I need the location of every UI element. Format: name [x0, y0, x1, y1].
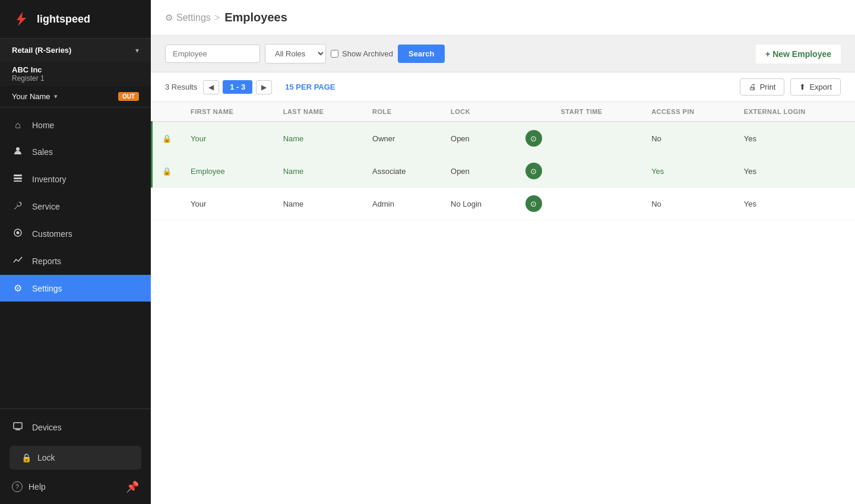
row-start-time — [552, 122, 642, 155]
pagination: ◀ 1 - 3 ▶ — [203, 80, 272, 94]
row-pin-button-cell[interactable]: ⊙ — [516, 122, 552, 155]
breadcrumb-settings-label[interactable]: Settings — [176, 12, 211, 23]
help-link[interactable]: ? Help — [12, 481, 46, 492]
reports-icon — [12, 255, 24, 267]
logo-text: lightspeed — [37, 13, 90, 26]
svg-point-0 — [16, 147, 20, 151]
user-area: Your Name ▾ OUT — [0, 86, 151, 107]
show-archived-label[interactable]: Show Archived — [331, 49, 393, 58]
table-header: FIRST NAME LAST NAME ROLE LOCK START TIM… — [152, 102, 856, 122]
main-content: ⚙ Settings > Employees All Roles Owner A… — [151, 0, 855, 504]
row-first-name: Your — [181, 188, 274, 220]
row-first-name[interactable]: Your — [181, 122, 274, 155]
row-lock-status: Open — [441, 122, 516, 155]
row-first-name[interactable]: Employee — [181, 155, 274, 188]
table-row[interactable]: YourNameAdminNo Login⊙NoYes — [152, 188, 856, 220]
sidebar-item-service[interactable]: Service — [0, 193, 151, 220]
user-name[interactable]: Your Name ▾ — [12, 92, 58, 101]
sidebar-item-reports[interactable]: Reports — [0, 248, 151, 275]
roles-select[interactable]: All Roles Owner Admin Associate — [265, 44, 326, 64]
sidebar-item-settings[interactable]: ⚙ Settings — [0, 275, 151, 302]
prev-page-button[interactable]: ◀ — [203, 80, 219, 94]
svg-point-5 — [17, 232, 20, 234]
svg-rect-2 — [14, 177, 22, 179]
sales-icon — [12, 146, 24, 158]
lock-button[interactable]: 🔒 Lock — [10, 446, 141, 470]
toolbar: All Roles Owner Admin Associate Show Arc… — [151, 36, 855, 72]
print-button[interactable]: 🖨 Print — [740, 78, 785, 96]
gear-icon: ⚙ — [165, 12, 173, 23]
svg-rect-6 — [14, 423, 22, 429]
breadcrumb-arrow: > — [214, 12, 220, 23]
help-row: ? Help 📌 — [0, 474, 151, 499]
next-page-button[interactable]: ▶ — [256, 80, 272, 94]
breadcrumb: ⚙ Settings > — [165, 12, 220, 23]
row-last-name: Name — [274, 188, 363, 220]
new-employee-button[interactable]: + New Employee — [756, 45, 841, 64]
sidebar-item-label: Sales — [32, 147, 53, 157]
access-pin-button[interactable]: ⊙ — [525, 195, 542, 212]
row-lock-icon: 🔒 — [152, 122, 182, 155]
access-pin-button[interactable]: ⊙ — [525, 163, 542, 179]
store-selector[interactable]: Retail (R-Series) ▾ — [0, 39, 151, 62]
row-access-pin: No — [642, 122, 734, 155]
sidebar-item-label: Inventory — [32, 175, 66, 184]
lightspeed-logo-icon — [12, 9, 31, 28]
settings-icon: ⚙ — [12, 283, 24, 294]
sidebar-item-sales[interactable]: Sales — [0, 138, 151, 166]
col-role-header: ROLE — [363, 102, 441, 122]
devices-icon — [12, 421, 24, 433]
table-area: 3 Results ◀ 1 - 3 ▶ 15 PER PAGE 🖨 Print … — [151, 72, 855, 504]
sidebar-item-customers[interactable]: Customers — [0, 220, 151, 248]
row-role: Associate — [363, 155, 441, 188]
table-row[interactable]: 🔒YourNameOwnerOpen⊙NoYes — [152, 122, 856, 155]
main-nav: ⌂ Home Sales Inventory Service Custome — [0, 107, 151, 408]
row-pin-button-cell[interactable]: ⊙ — [516, 155, 552, 188]
pin-icon[interactable]: 📌 — [126, 480, 139, 493]
register-name: Register 1 — [12, 74, 139, 83]
search-button[interactable]: Search — [398, 45, 445, 63]
sidebar-item-label: Reports — [32, 256, 61, 266]
employee-filter-input[interactable] — [165, 45, 260, 63]
sidebar-bottom: Devices 🔒 Lock ? Help 📌 — [0, 408, 151, 504]
row-last-name[interactable]: Name — [274, 122, 363, 155]
results-count: 3 Results — [165, 83, 197, 91]
row-start-time — [552, 188, 642, 220]
logo-area: lightspeed — [0, 0, 151, 39]
per-page-button[interactable]: 15 PER PAGE — [285, 83, 335, 91]
row-last-name[interactable]: Name — [274, 155, 363, 188]
sidebar-item-inventory[interactable]: Inventory — [0, 166, 151, 193]
export-icon: ⬆ — [799, 83, 806, 91]
row-lock-status: Open — [441, 155, 516, 188]
sidebar: lightspeed Retail (R-Series) ▾ ABC Inc R… — [0, 0, 151, 504]
toolbar-left: All Roles Owner Admin Associate Show Arc… — [165, 44, 445, 64]
sidebar-item-home[interactable]: ⌂ Home — [0, 112, 151, 138]
row-access-pin: No — [642, 188, 734, 220]
row-lock-status: No Login — [441, 188, 516, 220]
col-lastname-header: LAST NAME — [274, 102, 363, 122]
sidebar-item-label: Settings — [32, 284, 62, 293]
access-pin-button[interactable]: ⊙ — [525, 130, 542, 147]
sidebar-item-devices[interactable]: Devices — [0, 414, 151, 441]
show-archived-checkbox[interactable] — [331, 50, 338, 58]
row-pin-button-cell[interactable]: ⊙ — [516, 188, 552, 220]
sidebar-item-label: Service — [32, 202, 60, 211]
employees-table: FIRST NAME LAST NAME ROLE LOCK START TIM… — [151, 102, 855, 220]
export-button[interactable]: ⬆ Export — [790, 78, 841, 96]
row-access-pin: Yes — [642, 155, 734, 188]
row-lock-icon — [152, 188, 182, 220]
col-starttime-header: START TIME — [552, 102, 642, 122]
col-lock-header — [152, 102, 182, 122]
row-role: Admin — [363, 188, 441, 220]
service-icon — [12, 201, 24, 213]
store-chevron-icon: ▾ — [135, 46, 139, 55]
table-row[interactable]: 🔒EmployeeNameAssociateOpen⊙YesYes — [152, 155, 856, 188]
page-current: 1 - 3 — [223, 80, 252, 94]
row-start-time — [552, 155, 642, 188]
company-name: ABC Inc — [12, 65, 139, 74]
print-icon: 🖨 — [749, 83, 756, 91]
col-lock-status-header: LOCK — [441, 102, 516, 122]
chevron-down-icon: ▾ — [54, 93, 58, 100]
svg-rect-3 — [14, 180, 22, 182]
row-external-login: Yes — [734, 188, 855, 220]
